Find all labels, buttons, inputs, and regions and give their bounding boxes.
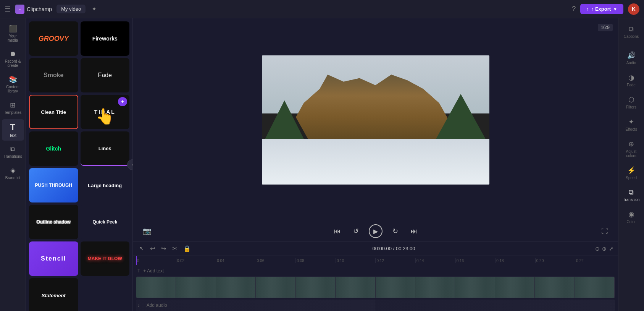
effects-label: Effects [625, 127, 637, 131]
ruler-mark-14: 0:14 [415, 258, 455, 263]
ruler-mark-2: 0:02 [176, 258, 216, 263]
captions-icon: ⧉ [629, 25, 634, 33]
text-card-statement[interactable]: Statement + [29, 278, 78, 311]
adjust-colors-label: Adjust colors [623, 149, 640, 158]
statement-label: Statement [40, 291, 67, 300]
track-thumbnail-7 [376, 277, 415, 298]
quick-peek-label: Quick Peek [91, 218, 119, 226]
ruler-mark-22: 0:22 [575, 258, 615, 263]
effects-icon: ✦ [628, 118, 634, 126]
export-label: ↑ Export [591, 6, 611, 12]
record-icon: ⏺ [10, 50, 16, 58]
text-card-lines[interactable]: Lines + [81, 131, 130, 166]
right-tool-adjust-colors[interactable]: ⊕ Adjust colors [620, 136, 642, 162]
skip-forward-button[interactable]: ⏭ [408, 225, 420, 238]
select-tool-button[interactable]: ↖ [137, 243, 145, 254]
text-templates-panel: GROOVY + Fireworks + Smoke + Fade + Clea… [26, 18, 133, 311]
right-tool-fade[interactable]: ◑ Fade [620, 70, 642, 91]
export-dropdown-arrow: ▼ [613, 7, 617, 11]
fit-zoom-button[interactable]: ⤢ [609, 246, 613, 252]
track-thumbnail-5 [296, 277, 336, 298]
ai-icon[interactable]: ✦ [92, 5, 97, 13]
text-card-outline-shadow[interactable]: Outline shadow + [29, 205, 78, 239]
forward-button[interactable]: ↻ [390, 225, 400, 238]
sidebar-item-content-library[interactable]: 📚 Content library [2, 72, 24, 96]
undo-button[interactable]: ↩ [148, 243, 157, 254]
zoom-in-button[interactable]: ⊕ [602, 246, 607, 252]
sidebar-item-transitions[interactable]: ⧉ Transitions [2, 142, 24, 162]
right-tool-effects[interactable]: ✦ Effects [620, 114, 642, 135]
text-card-large-heading[interactable]: Large heading + [81, 168, 130, 202]
text-card-smoke[interactable]: Smoke + [29, 58, 78, 92]
sidebar-item-record[interactable]: ⏺ Record & create [2, 47, 24, 71]
text-icon: T [10, 122, 15, 132]
text-card-clean-title[interactable]: Clean Title + [29, 95, 78, 129]
text-card-tidal[interactable]: TIDAL + 👆 [81, 95, 130, 129]
fade-icon: ◑ [628, 73, 634, 82]
sidebar-item-your-media[interactable]: ⬛ Your media [2, 21, 24, 45]
fade-label: Fade [97, 70, 113, 80]
cut-button[interactable]: ✂ [171, 243, 179, 254]
aspect-ratio-badge[interactable]: 16:9 [598, 24, 613, 31]
right-tool-color[interactable]: ◉ Color [620, 206, 642, 228]
fullscreen-button[interactable]: ⛶ [599, 225, 610, 238]
video-track[interactable] [136, 277, 615, 298]
track-thumbnail-6 [336, 277, 375, 298]
logo-text: Clipchamp [27, 6, 52, 12]
play-button[interactable]: ▶ [369, 224, 383, 238]
sidebar-item-text[interactable]: T Text [2, 119, 24, 141]
add-text-row[interactable]: T + Add text [136, 265, 615, 277]
fireworks-label: Fireworks [91, 34, 119, 43]
add-tidal-button[interactable]: + [118, 97, 127, 106]
ruler-mark-0: 0 [136, 258, 176, 263]
tidal-label: TIDAL [93, 107, 117, 117]
text-card-fade[interactable]: Fade + [81, 58, 130, 92]
text-card-make-it-glow[interactable]: MAKE IT GLOW + [81, 241, 130, 276]
lines-label: Lines [97, 144, 113, 153]
text-card-push-through[interactable]: PUSH THROUGH + [29, 168, 78, 202]
clean-title-label: Clean Title [39, 108, 68, 117]
sidebar-item-templates[interactable]: ⊞ Templates [2, 98, 24, 118]
mountain-scene [262, 55, 489, 185]
timeline-tracks: T + Add text [133, 265, 618, 311]
rewind-button[interactable]: ↺ [351, 225, 361, 238]
text-card-groovy[interactable]: GROOVY + [29, 21, 78, 56]
right-tool-audio[interactable]: 🔊 Audio [620, 47, 642, 69]
screenshot-button[interactable]: 📷 [140, 225, 153, 238]
video-frame [262, 55, 489, 185]
avatar[interactable]: K [628, 3, 639, 15]
right-tool-speed[interactable]: ⚡ Speed [620, 162, 642, 184]
text-card-stencil[interactable]: Stencil + [29, 241, 78, 276]
record-label: Record & create [4, 59, 22, 68]
export-button[interactable]: ↑ ↑ Export ▼ [580, 4, 623, 14]
large-heading-label: Large heading [86, 181, 123, 190]
menu-icon[interactable]: ☰ [5, 5, 11, 13]
video-title[interactable]: My video [56, 5, 86, 13]
color-label: Color [627, 220, 636, 224]
text-card-glitch[interactable]: Glitch + [29, 131, 78, 166]
filters-icon: ⬡ [628, 96, 634, 104]
export-upload-icon: ↑ [586, 6, 589, 12]
brand-kit-icon: ◈ [10, 166, 16, 175]
right-tool-captions[interactable]: ⧉ Captions [620, 21, 642, 42]
lock-button[interactable]: 🔒 [182, 243, 192, 254]
text-card-fireworks[interactable]: Fireworks + [81, 21, 130, 56]
app-logo: ▪ Clipchamp [15, 5, 52, 14]
text-track-icon: T [137, 268, 140, 274]
ruler-mark-4: 0:04 [216, 258, 256, 263]
color-icon: ◉ [628, 210, 634, 219]
track-thumbnail-10 [495, 277, 535, 298]
right-tool-transition[interactable]: ⧉ Transition [620, 185, 642, 206]
track-thumbnail-11 [535, 277, 575, 298]
add-audio-row[interactable]: ♪ + Add audio [136, 300, 615, 311]
ruler-mark-12: 0:12 [375, 258, 415, 263]
outline-shadow-label: Outline shadow [35, 218, 72, 226]
right-tool-filters[interactable]: ⬡ Filters [620, 92, 642, 113]
skip-back-button[interactable]: ⏮ [332, 225, 343, 238]
help-icon[interactable]: ? [572, 5, 576, 13]
zoom-out-button[interactable]: ⊖ [595, 246, 600, 252]
track-thumbnail-3 [216, 277, 256, 298]
redo-button[interactable]: ↪ [160, 243, 168, 254]
sidebar-item-brand-kit[interactable]: ◈ Brand kit [2, 163, 24, 183]
text-card-quick-peek[interactable]: Quick Peek + [81, 205, 130, 239]
